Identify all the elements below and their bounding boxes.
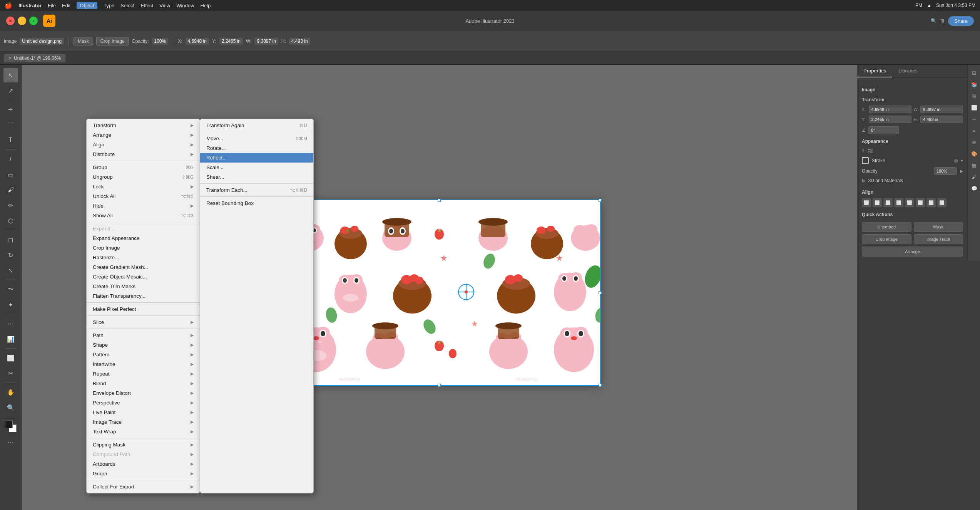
opacity-arrow[interactable]: ▶ [960, 169, 963, 174]
menu-item-image-trace[interactable]: Image Trace ▶ [87, 417, 200, 427]
minimize-button[interactable]: − [18, 17, 26, 25]
color-swatch-area[interactable] [3, 419, 18, 434]
tab-libraries[interactable]: Libraries [892, 65, 924, 77]
opacity-input[interactable] [934, 167, 957, 175]
align-center-h-btn[interactable]: ⬜ [873, 198, 882, 207]
share-button[interactable]: Share [948, 16, 974, 26]
menu-item-unlock-all[interactable]: Unlock All ⌥⌘2 [87, 191, 200, 201]
rectangle-tool[interactable]: ▭ [3, 167, 18, 182]
handle-tr[interactable] [599, 199, 602, 202]
x-input[interactable] [869, 106, 911, 113]
canvas-area[interactable]: 🌿 🍃 [22, 65, 857, 510]
artboard-tool[interactable]: ⬜ [3, 351, 18, 365]
shaper-tool[interactable]: ⬡ [3, 213, 18, 228]
menu-item-transform[interactable]: Transform ▶ [87, 121, 200, 130]
handle-bm[interactable] [438, 384, 441, 387]
menu-item-blend[interactable]: Blend ▶ [87, 379, 200, 388]
menu-item-intertwine[interactable]: Intertwine ▶ [87, 359, 200, 369]
menu-item-ungroup[interactable]: Ungroup ⇧⌘G [87, 172, 200, 182]
menu-object[interactable]: Object [77, 2, 97, 9]
mask-qa-button[interactable]: Mask [914, 222, 963, 232]
distribute-v-btn[interactable]: ⬜ [937, 198, 947, 207]
menu-item-flatten[interactable]: Flatten Transparency... [87, 291, 200, 301]
align-left-btn[interactable]: ⬜ [862, 198, 871, 207]
scale-tool[interactable]: ⤡ [3, 263, 18, 278]
menu-item-artboards[interactable]: Artboards ▶ [87, 459, 200, 469]
menu-item-text-wrap[interactable]: Text Wrap ▶ [87, 427, 200, 436]
swatches-icon[interactable]: ▦ [969, 160, 979, 170]
align-panel-icon[interactable]: ≡ [969, 126, 979, 136]
close-button[interactable]: ✕ [6, 17, 15, 25]
menu-help[interactable]: Help [200, 3, 211, 8]
type-tool[interactable]: T [3, 133, 18, 148]
y-input[interactable] [869, 116, 911, 123]
menu-item-path[interactable]: Path ▶ [87, 330, 200, 340]
menu-effect[interactable]: Effect [140, 3, 153, 8]
bar-graph-tool[interactable]: 📊 [3, 332, 18, 346]
menu-item-pixel-perfect[interactable]: Make Pixel Perfect [87, 304, 200, 314]
handle-tm[interactable] [438, 199, 441, 202]
menu-item-lock[interactable]: Lock ▶ [87, 182, 200, 191]
menu-item-rasterize[interactable]: Rasterize... [87, 253, 200, 262]
zoom-tool[interactable]: 🔍 [3, 400, 18, 415]
slice-tool[interactable]: ✂ [3, 366, 18, 381]
menu-item-crop-image[interactable]: Crop Image [87, 243, 200, 253]
tab-close-icon[interactable]: ✕ [8, 56, 12, 60]
free-transform-tool[interactable]: ✦ [3, 297, 18, 312]
transform-panel-icon[interactable]: ↔ [969, 114, 979, 124]
align-center-v-btn[interactable]: ⬜ [905, 198, 914, 207]
submenu-scale[interactable]: Scale... [200, 163, 313, 172]
submenu-transform-again[interactable]: Transform Again ⌘D [200, 121, 313, 130]
menu-item-gradient-mesh[interactable]: Create Gradient Mesh... [87, 262, 200, 272]
submenu-move[interactable]: Move... ⇧⌘M [200, 134, 313, 143]
direct-selection-tool[interactable]: ↗ [3, 83, 18, 98]
submenu-rotate[interactable]: Rotate... [200, 143, 313, 153]
color-panel-icon[interactable]: 🎨 [969, 149, 979, 159]
crop-image-qa-button[interactable]: Crop Image [862, 234, 911, 244]
menu-type[interactable]: Type [104, 3, 114, 8]
menu-item-pattern[interactable]: Pattern ▶ [87, 350, 200, 359]
apple-icon[interactable]: 🍎 [5, 2, 12, 9]
layers-icon[interactable]: ⧉ [969, 91, 979, 101]
menu-item-group[interactable]: Group ⌘G [87, 163, 200, 172]
handle-mr[interactable] [599, 291, 602, 294]
more-tools-btn[interactable]: ⋯ [3, 435, 18, 449]
comments-icon[interactable]: 💬 [969, 183, 979, 193]
menu-item-trim-marks[interactable]: Create Trim Marks [87, 282, 200, 291]
menu-item-arrange[interactable]: Arrange ▶ [87, 130, 200, 140]
menu-item-object-mosaic[interactable]: Create Object Mosaic... [87, 272, 200, 282]
search-icon[interactable]: 🔍 [931, 18, 937, 23]
menu-item-show-all[interactable]: Show All ⌥⌘3 [87, 211, 200, 220]
selection-tool[interactable]: ↖ [3, 68, 18, 82]
brushes-icon[interactable]: 🖌 [969, 172, 979, 182]
submenu-shear[interactable]: Shear... [200, 172, 313, 182]
menu-item-clipping-mask[interactable]: Clipping Mask ▶ [87, 440, 200, 450]
rotate-tool[interactable]: ↻ [3, 248, 18, 262]
properties-icon[interactable]: ⊟ [969, 68, 979, 78]
menu-item-graph[interactable]: Graph ▶ [87, 469, 200, 478]
tab-properties[interactable]: Properties [857, 65, 892, 77]
menu-file[interactable]: File [48, 3, 56, 8]
h-input[interactable] [920, 116, 963, 123]
menu-item-envelope-distort[interactable]: Envelope Distort ▶ [87, 388, 200, 398]
symbol-tool[interactable]: ⋯ [3, 316, 18, 331]
distribute-h-btn[interactable]: ⬜ [926, 198, 936, 207]
curvature-tool[interactable]: ⌒ [3, 117, 18, 132]
menu-item-distribute[interactable]: Distribute ▶ [87, 149, 200, 159]
menu-view[interactable]: View [159, 3, 170, 8]
menu-select[interactable]: Select [120, 3, 134, 8]
menu-item-repeat[interactable]: Repeat ▶ [87, 369, 200, 379]
stroke-color-box[interactable] [862, 157, 869, 164]
w-input[interactable] [920, 106, 963, 113]
menu-window[interactable]: Window [176, 3, 194, 8]
menu-item-perspective[interactable]: Perspective ▶ [87, 398, 200, 408]
pen-tool[interactable]: ✒ [3, 102, 18, 117]
menu-item-collect-export[interactable]: Collect For Export ▶ [87, 482, 200, 492]
warp-tool[interactable]: 〜 [3, 282, 18, 297]
handle-br[interactable] [599, 384, 602, 387]
paintbrush-tool[interactable]: 🖌 [3, 183, 18, 197]
unembed-button[interactable]: Unembed [862, 222, 911, 232]
menu-item-slice[interactable]: Slice ▶ [87, 317, 200, 327]
eraser-tool[interactable]: ◻ [3, 232, 18, 247]
pathfinder-icon[interactable]: ⊕ [969, 137, 979, 147]
